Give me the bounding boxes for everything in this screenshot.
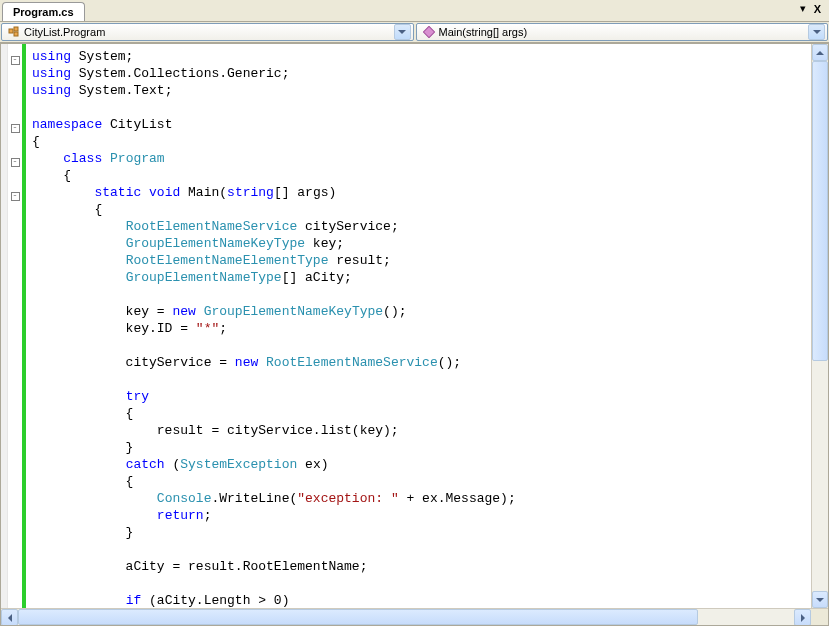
code-line[interactable]: using System;: [32, 48, 811, 65]
code-line[interactable]: [32, 541, 811, 558]
code-line[interactable]: if (aCity.Length > 0): [32, 592, 811, 608]
code-line[interactable]: result = cityService.list(key);: [32, 422, 811, 439]
code-line[interactable]: {: [32, 167, 811, 184]
code-line[interactable]: GroupElementNameType[] aCity;: [32, 269, 811, 286]
scroll-up-button[interactable]: [812, 44, 828, 61]
code-line[interactable]: aCity = result.RootElementName;: [32, 558, 811, 575]
code-line[interactable]: }: [32, 439, 811, 456]
code-text-area[interactable]: using System;using System.Collections.Ge…: [26, 44, 811, 608]
code-line[interactable]: try: [32, 388, 811, 405]
code-line[interactable]: GroupElementNameKeyType key;: [32, 235, 811, 252]
tab-menu-icon[interactable]: ▾: [798, 2, 808, 15]
svg-rect-0: [9, 29, 13, 33]
code-editor: ---- using System;using System.Collectio…: [0, 43, 829, 626]
fold-toggle-icon[interactable]: -: [11, 158, 20, 167]
outlining-margin[interactable]: ----: [8, 44, 22, 608]
fold-toggle-icon[interactable]: -: [11, 124, 20, 133]
file-tab[interactable]: Program.cs: [2, 2, 85, 21]
horizontal-scrollbar[interactable]: [1, 608, 828, 625]
svg-rect-3: [423, 26, 434, 37]
method-dropdown[interactable]: Main(string[] args): [416, 23, 829, 41]
code-line[interactable]: catch (SystemException ex): [32, 456, 811, 473]
code-line[interactable]: RootElementNameService cityService;: [32, 218, 811, 235]
tab-bar: Program.cs ▾ X: [0, 0, 829, 21]
svg-rect-2: [14, 32, 18, 36]
code-line[interactable]: namespace CityList: [32, 116, 811, 133]
code-line[interactable]: [32, 371, 811, 388]
file-tab-label: Program.cs: [13, 6, 74, 18]
indicator-margin: [1, 44, 8, 608]
class-dropdown-text: CityList.Program: [24, 26, 394, 38]
scroll-thumb[interactable]: [18, 609, 698, 625]
code-line[interactable]: [32, 99, 811, 116]
dropdown-arrow-icon[interactable]: [808, 24, 825, 40]
scroll-right-button[interactable]: [794, 609, 811, 626]
navigation-bar: CityList.Program Main(string[] args): [0, 21, 829, 43]
tab-close-icon[interactable]: X: [812, 3, 823, 15]
scroll-left-button[interactable]: [1, 609, 18, 626]
code-line[interactable]: {: [32, 405, 811, 422]
fold-toggle-icon[interactable]: -: [11, 56, 20, 65]
code-line[interactable]: RootElementNameElementType result;: [32, 252, 811, 269]
code-line[interactable]: [32, 286, 811, 303]
scroll-track[interactable]: [18, 609, 794, 625]
method-dropdown-text: Main(string[] args): [439, 26, 809, 38]
code-line[interactable]: {: [32, 473, 811, 490]
code-line[interactable]: [32, 575, 811, 592]
code-line[interactable]: key.ID = "*";: [32, 320, 811, 337]
scroll-down-button[interactable]: [812, 591, 828, 608]
class-icon: [8, 26, 20, 38]
code-line[interactable]: using System.Collections.Generic;: [32, 65, 811, 82]
code-line[interactable]: using System.Text;: [32, 82, 811, 99]
code-line[interactable]: [32, 337, 811, 354]
code-line[interactable]: return;: [32, 507, 811, 524]
code-line[interactable]: cityService = new RootElementNameService…: [32, 354, 811, 371]
fold-toggle-icon[interactable]: -: [11, 192, 20, 201]
dropdown-arrow-icon[interactable]: [394, 24, 411, 40]
code-line[interactable]: {: [32, 133, 811, 150]
code-line[interactable]: Console.WriteLine("exception: " + ex.Mes…: [32, 490, 811, 507]
code-line[interactable]: class Program: [32, 150, 811, 167]
scroll-thumb[interactable]: [812, 61, 828, 361]
code-line[interactable]: }: [32, 524, 811, 541]
vertical-scrollbar[interactable]: [811, 44, 828, 608]
class-dropdown[interactable]: CityList.Program: [1, 23, 414, 41]
scrollbar-corner: [811, 609, 828, 626]
code-line[interactable]: static void Main(string[] args): [32, 184, 811, 201]
code-line[interactable]: {: [32, 201, 811, 218]
scroll-track[interactable]: [812, 61, 828, 591]
method-icon: [423, 26, 435, 38]
code-line[interactable]: key = new GroupElementNameKeyType();: [32, 303, 811, 320]
svg-rect-1: [14, 27, 18, 31]
